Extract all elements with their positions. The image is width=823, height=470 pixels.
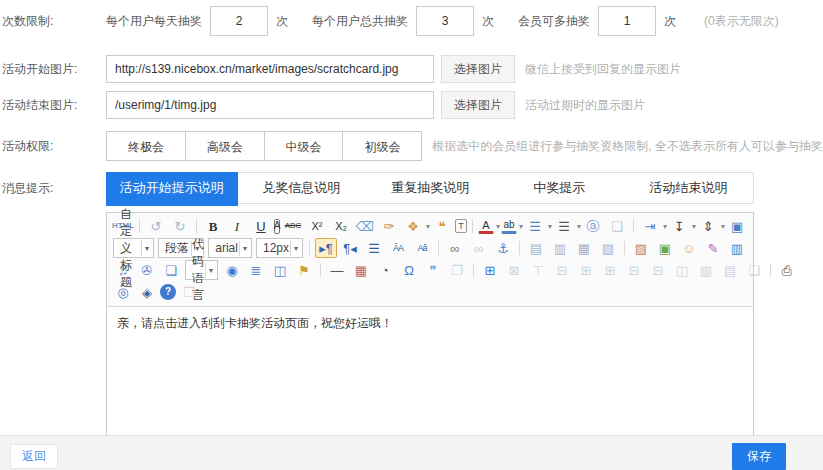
paragraph-format-icon[interactable]: ☰ xyxy=(363,238,385,258)
clear-doc-icon[interactable]: ❑ xyxy=(606,216,628,236)
table-title-icon[interactable]: ⊤ xyxy=(527,260,549,280)
print-preview-icon[interactable]: ❐ xyxy=(446,260,468,280)
limit-input[interactable] xyxy=(210,6,268,36)
blockquote-icon[interactable]: ❝ xyxy=(431,216,453,236)
to-uppercase-icon[interactable]: ÂA xyxy=(387,238,409,258)
paragraph-spacing-icon[interactable]: ↧ xyxy=(668,216,690,236)
date-icon[interactable]: ▦ xyxy=(350,260,372,280)
unordered-list-icon-dropdown[interactable]: ▾ xyxy=(577,222,581,231)
fullscreen-icon[interactable]: ▣ xyxy=(726,216,748,236)
delete-col-icon[interactable]: ⊟ xyxy=(647,260,669,280)
font-size-select[interactable]: 12px▾ xyxy=(256,238,303,258)
image-align-center-icon[interactable]: ▦ xyxy=(573,238,595,258)
start-image-input[interactable] xyxy=(106,55,434,83)
insert-image-icon[interactable]: ▨ xyxy=(630,238,652,258)
to-lowercase-icon[interactable]: Aâ xyxy=(411,238,433,258)
message-tab[interactable]: 兑奖信息说明 xyxy=(237,173,366,203)
split-cell-icon[interactable]: ◫ xyxy=(671,260,693,280)
end-image-input[interactable] xyxy=(106,91,434,119)
find-replace-icon[interactable]: ◈ xyxy=(136,282,158,302)
undo-icon[interactable]: ↺ xyxy=(145,216,167,236)
member-level-button[interactable]: 高级会员 xyxy=(185,131,265,161)
font-family-select[interactable]: arial▾ xyxy=(208,238,252,258)
paste-icon[interactable]: ❐ xyxy=(178,282,200,302)
auto-typeset-icon-dropdown[interactable]: ▾ xyxy=(426,222,430,231)
font-color-icon[interactable]: A xyxy=(478,218,494,234)
indent-icon[interactable]: ⇥ xyxy=(639,216,661,236)
delete-row-icon[interactable]: ⊟ xyxy=(623,260,645,280)
font-border-icon[interactable]: A xyxy=(274,219,280,234)
save-button[interactable]: 保存 xyxy=(732,443,786,470)
new-doc-icon[interactable]: ❏ xyxy=(743,260,765,280)
format-brush-icon[interactable]: ✑ xyxy=(378,216,400,236)
message-tab[interactable]: 活动结束说明 xyxy=(624,173,753,203)
auto-typeset-icon[interactable]: ❖ xyxy=(402,216,424,236)
unordered-list-icon[interactable]: ☰ xyxy=(553,216,575,236)
subscript-icon[interactable]: X₂ xyxy=(330,216,352,236)
delete-table-icon[interactable]: ⊠ xyxy=(503,260,525,280)
anchor-icon[interactable]: ⚓ xyxy=(492,238,514,258)
ordered-list-icon-dropdown[interactable]: ▾ xyxy=(548,222,552,231)
preview-icon[interactable]: ◎ xyxy=(112,282,134,302)
upload-image-icon[interactable]: ▣ xyxy=(654,238,676,258)
merge-right-icon[interactable]: ▥ xyxy=(695,260,717,280)
music-icon[interactable]: ♫ xyxy=(112,260,134,280)
remove-format-icon[interactable]: ⌫ xyxy=(354,216,376,236)
map-icon[interactable]: ⚑ xyxy=(293,260,315,280)
indent-icon-dropdown[interactable]: ▾ xyxy=(663,222,667,231)
select-all-icon[interactable]: ⓐ xyxy=(582,216,604,236)
merge-down-icon[interactable]: ▤ xyxy=(719,260,741,280)
back-color-icon[interactable]: ab xyxy=(501,218,517,234)
code-snippet-icon[interactable]: ≣ xyxy=(245,260,267,280)
member-level-button[interactable]: 终极会员 xyxy=(106,131,186,161)
chevron-down-icon[interactable]: ▾ xyxy=(205,263,215,278)
font-color-icon-dropdown[interactable]: ▾ xyxy=(496,222,500,231)
limit-input[interactable] xyxy=(598,6,656,36)
back-color-icon-dropdown[interactable]: ▾ xyxy=(519,222,523,231)
underline-icon[interactable]: U xyxy=(250,216,272,236)
horizontal-rule-icon[interactable]: — xyxy=(326,260,348,280)
comment-icon[interactable]: ❞ xyxy=(422,260,444,280)
member-level-button[interactable]: 初级会员 xyxy=(342,131,422,161)
italic-icon[interactable]: I xyxy=(226,216,248,236)
bold-icon[interactable]: B xyxy=(202,216,224,236)
message-tab[interactable]: 活动开始提示说明 xyxy=(106,172,238,206)
chevron-down-icon[interactable]: ▾ xyxy=(290,241,300,256)
message-tab[interactable]: 重复抽奖说明 xyxy=(366,173,495,203)
ltr-icon[interactable]: ▸¶ xyxy=(315,238,337,258)
chevron-down-icon[interactable]: ▾ xyxy=(141,241,151,256)
special-char-icon[interactable]: Ω xyxy=(398,260,420,280)
member-level-button[interactable]: 中级会员 xyxy=(264,131,344,161)
paragraph-spacing-icon-dropdown[interactable]: ▾ xyxy=(692,222,696,231)
ordered-list-icon[interactable]: ☰ xyxy=(524,216,546,236)
superscript-icon[interactable]: X² xyxy=(306,216,328,236)
start-image-pick-button[interactable]: 选择图片 xyxy=(441,55,515,83)
line-spacing-icon[interactable]: ⇕ xyxy=(697,216,719,236)
insert-row-icon[interactable]: ⊞ xyxy=(575,260,597,280)
insert-table-icon[interactable]: ⊞ xyxy=(479,260,501,280)
merge-cells-icon[interactable]: ⊟ xyxy=(551,260,573,280)
back-button[interactable]: 返回 xyxy=(10,444,58,469)
image-align-left-icon[interactable]: ▥ xyxy=(549,238,571,258)
image-align-none-icon[interactable]: ▤ xyxy=(525,238,547,258)
link-icon[interactable]: ∞ xyxy=(444,238,466,258)
line-spacing-icon-dropdown[interactable]: ▾ xyxy=(721,222,725,231)
strikethrough-icon[interactable]: ABC xyxy=(282,216,304,236)
insert-col-icon[interactable]: ⊞ xyxy=(599,260,621,280)
insert-code-icon[interactable]: ◉ xyxy=(221,260,243,280)
message-tab[interactable]: 中奖提示 xyxy=(495,173,624,203)
scrawl-icon[interactable]: ✎ xyxy=(702,238,724,258)
chevron-down-icon[interactable]: ▾ xyxy=(239,241,249,256)
video-icon[interactable]: ▥ xyxy=(726,238,748,258)
limit-input[interactable] xyxy=(416,6,474,36)
redo-icon[interactable]: ↻ xyxy=(169,216,191,236)
image-align-right-icon[interactable]: ▧ xyxy=(597,238,619,258)
end-image-pick-button[interactable]: 选择图片 xyxy=(441,91,515,119)
unlink-icon[interactable]: ∞ xyxy=(468,238,490,258)
emotion-icon[interactable]: ☺ xyxy=(678,238,700,258)
rtl-icon[interactable]: ¶◂ xyxy=(339,238,361,258)
help-icon[interactable]: ? xyxy=(160,284,176,300)
attachment-icon[interactable]: ✇ xyxy=(136,260,158,280)
code-language-select[interactable]: 代码语言▾ xyxy=(185,260,218,280)
time-icon[interactable]: ◔ xyxy=(374,260,396,280)
